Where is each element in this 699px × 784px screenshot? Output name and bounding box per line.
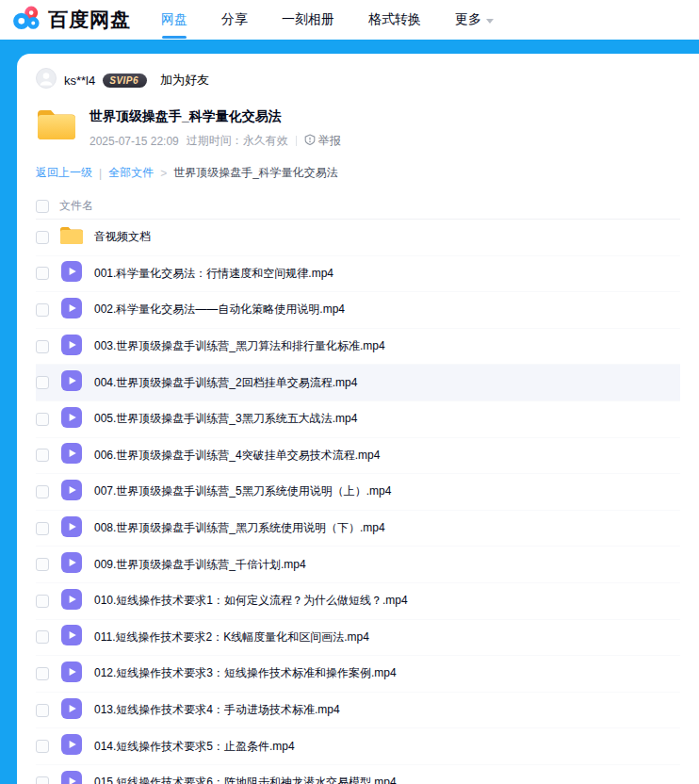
nav-item-2[interactable]: 一刻相册 [282,8,334,32]
file-name-link[interactable]: 015.短线操作技术要求6：阵地阻击和神龙潜水交易模型.mp4 [94,775,397,784]
nav-item-3[interactable]: 格式转换 [368,8,421,32]
file-name-link[interactable]: 009.世界顶级操盘手训练营_千倍计划.mp4 [94,557,306,573]
video-file-icon [61,552,82,577]
table-row[interactable]: 音视频文档 [36,220,680,256]
breadcrumb-current: 世界顶级操盘手_科学量化交易法 [173,165,338,181]
baidu-netdisk-logo[interactable]: 百度网盘 [13,5,131,35]
nav-item-0[interactable]: 网盘 [161,8,187,32]
file-name-link[interactable]: 008.世界顶级操盘手训练营_黑刀系统使用说明（下）.mp4 [94,520,385,536]
file-name-link[interactable]: 004.世界顶级操盘手训练营_2回档挂单交易流程.mp4 [94,375,357,391]
meta-divider [296,136,297,146]
video-file-icon [61,516,82,541]
file-name-link[interactable]: 002.科学量化交易法——自动化策略使用说明.mp4 [94,302,345,318]
report-button[interactable]: 举报 [304,133,341,149]
logo-text: 百度网盘 [48,7,131,33]
folder-icon [59,225,84,249]
file-list: 音视频文档 001.科学量化交易法：行情速度和空间规律.mp4 [36,220,680,784]
row-checkbox[interactable] [36,522,49,535]
file-name-link[interactable]: 006.世界顶级操盘手训练营_4突破挂单交易技术流程.mp4 [94,448,380,464]
table-row[interactable]: 002.科学量化交易法——自动化策略使用说明.mp4 [36,292,680,329]
breadcrumb-divider: | [99,167,102,180]
avatar [36,68,57,92]
report-label: 举报 [318,133,341,149]
breadcrumb-back-link[interactable]: 返回上一级 [36,165,92,181]
file-table-header: 文件名 [36,193,680,220]
file-name-link[interactable]: 音视频文档 [94,229,151,245]
select-all-checkbox[interactable] [36,200,49,213]
video-file-icon [61,335,82,359]
add-friend-button[interactable]: 加为好友 [160,72,209,89]
table-row[interactable]: 010.短线操作技术要求1：如何定义流程？为什么做短线？.mp4 [36,583,680,620]
row-checkbox[interactable] [36,231,49,244]
video-file-icon [61,407,82,432]
video-file-icon [61,734,82,759]
table-row[interactable]: 015.短线操作技术要求6：阵地阻击和神龙潜水交易模型.mp4 [36,765,680,784]
video-file-icon [61,443,82,467]
video-file-icon [61,662,82,686]
file-name-link[interactable]: 003.世界顶级操盘手训练营_黑刀算法和排行量化标准.mp4 [94,338,385,354]
share-content-card: ks**l4 SVIP6 加为好友 世界顶级操盘手_科学量化交易法 [17,54,699,784]
table-row[interactable]: 011.短线操作技术要求2：K线幅度量化和区间画法.mp4 [36,620,680,657]
share-meta: 2025-07-15 22:09 过期时间：永久有效 举报 [89,133,341,149]
row-checkbox[interactable] [36,485,49,498]
video-file-icon [61,370,82,395]
row-checkbox[interactable] [36,558,49,571]
video-file-icon [61,298,82,322]
nav-item-1[interactable]: 分享 [221,8,248,32]
row-checkbox[interactable] [36,630,49,644]
share-time: 2025-07-15 22:09 [89,135,179,148]
report-icon [304,134,316,148]
table-row[interactable]: 007.世界顶级操盘手训练营_5黑刀系统使用说明（上）.mp4 [36,474,680,511]
share-title: 世界顶级操盘手_科学量化交易法 [89,108,341,125]
file-name-link[interactable]: 014.短线操作技术要求5：止盈条件.mp4 [94,739,295,755]
file-name-link[interactable]: 007.世界顶级操盘手训练营_5黑刀系统使用说明（上）.mp4 [94,483,391,499]
row-checkbox[interactable] [36,376,49,389]
filename-column-header: 文件名 [59,198,93,214]
breadcrumb: 返回上一级 | 全部文件 > 世界顶级操盘手_科学量化交易法 [36,165,680,181]
file-name-link[interactable]: 010.短线操作技术要求1：如何定义流程？为什么做短线？.mp4 [94,593,408,609]
breadcrumb-separator: > [160,167,167,180]
chevron-down-icon [486,19,494,24]
row-checkbox[interactable] [36,595,49,608]
row-checkbox[interactable] [36,667,49,680]
video-file-icon [61,625,82,649]
row-checkbox[interactable] [36,776,49,784]
table-row[interactable]: 006.世界顶级操盘手训练营_4突破挂单交易技术流程.mp4 [36,438,680,475]
sharer-row: ks**l4 SVIP6 加为好友 [36,69,680,91]
file-name-link[interactable]: 013.短线操作技术要求4：手动进场技术标准.mp4 [94,702,340,718]
row-checkbox[interactable] [36,267,49,280]
table-row[interactable]: 004.世界顶级操盘手训练营_2回档挂单交易流程.mp4 [36,365,680,401]
table-row[interactable]: 014.短线操作技术要求5：止盈条件.mp4 [36,728,680,765]
breadcrumb-all-files-link[interactable]: 全部文件 [108,165,154,181]
table-row[interactable]: 008.世界顶级操盘手训练营_黑刀系统使用说明（下）.mp4 [36,511,680,547]
row-checkbox[interactable] [36,340,49,353]
file-name-link[interactable]: 005.世界顶级操盘手训练营_3黑刀系统五大战法.mp4 [94,411,357,427]
sharer-username: ks**l4 [64,74,95,88]
video-file-icon [61,480,82,504]
row-checkbox[interactable] [36,303,49,317]
file-name-link[interactable]: 012.短线操作技术要求3：短线操作技术标准和操作案例.mp4 [94,665,397,681]
table-row[interactable]: 012.短线操作技术要求3：短线操作技术标准和操作案例.mp4 [36,656,680,693]
table-row[interactable]: 001.科学量化交易法：行情速度和空间规律.mp4 [36,256,680,293]
file-name-link[interactable]: 011.短线操作技术要求2：K线幅度量化和区间画法.mp4 [94,629,369,645]
video-file-icon [61,589,82,613]
big-folder-icon [36,106,77,145]
file-name-link[interactable]: 001.科学量化交易法：行情速度和空间规律.mp4 [94,266,333,282]
row-checkbox[interactable] [36,740,49,753]
top-header: 百度网盘 网盘分享一刻相册格式转换更多 [0,0,699,40]
table-row[interactable]: 005.世界顶级操盘手训练营_3黑刀系统五大战法.mp4 [36,401,680,438]
netdisk-logo-icon [13,5,41,35]
page-background: ks**l4 SVIP6 加为好友 世界顶级操盘手_科学量化交易法 [0,40,699,784]
video-file-icon [61,698,82,723]
table-row[interactable]: 013.短线操作技术要求4：手动进场技术标准.mp4 [36,693,680,729]
nav-item-4[interactable]: 更多 [455,8,494,32]
video-file-icon [61,771,82,784]
table-row[interactable]: 003.世界顶级操盘手训练营_黑刀算法和排行量化标准.mp4 [36,329,680,366]
table-row[interactable]: 009.世界顶级操盘手训练营_千倍计划.mp4 [36,547,680,583]
row-checkbox[interactable] [36,704,49,717]
svip-badge: SVIP6 [103,74,147,88]
row-checkbox[interactable] [36,449,49,462]
row-checkbox[interactable] [36,413,49,426]
expire-info: 过期时间：永久有效 [187,133,288,149]
share-folder-header: 世界顶级操盘手_科学量化交易法 2025-07-15 22:09 过期时间：永久… [36,106,680,149]
